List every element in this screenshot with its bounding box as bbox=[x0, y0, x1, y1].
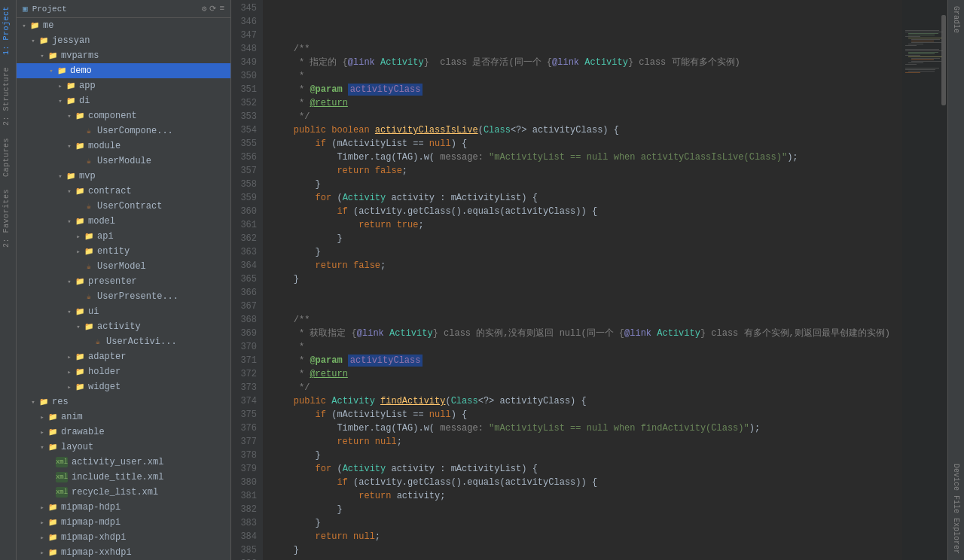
editor-area: 345 346 347 348 349 350 351 352 353 354 … bbox=[231, 0, 947, 560]
tree-item-component[interactable]: ▾ 📁 component bbox=[17, 108, 230, 123]
arrow-model: ▾ bbox=[65, 218, 74, 226]
folder-icon-di: 📁 bbox=[65, 96, 77, 106]
xml-icon-include-title: xml bbox=[56, 472, 68, 482]
svg-rect-16 bbox=[905, 55, 920, 56]
folder-icon-api: 📁 bbox=[83, 231, 95, 242]
tree-item-module[interactable]: ▾ 📁 module bbox=[17, 138, 230, 154]
label-usermodule: UserModule bbox=[97, 156, 151, 166]
minimap[interactable] bbox=[902, 0, 947, 560]
svg-rect-6 bbox=[908, 38, 942, 38]
tree-item-anim[interactable]: ▸ 📁 anim bbox=[17, 409, 230, 425]
svg-rect-18 bbox=[911, 58, 940, 59]
folder-icon-adapter: 📁 bbox=[74, 352, 86, 362]
tree-item-mipmap-mdpi[interactable]: ▸ 📁 mipmap-mdpi bbox=[17, 515, 230, 530]
tree-item-demo[interactable]: ▾ 📁 demo bbox=[17, 63, 230, 78]
tree-item-ui[interactable]: ▾ 📁 ui bbox=[17, 304, 230, 319]
tab-structure[interactable]: 2: Structure bbox=[0, 61, 16, 132]
tree-item-mvp[interactable]: ▾ 📁 mvp bbox=[17, 169, 230, 184]
folder-icon-demo: 📁 bbox=[56, 65, 68, 76]
spacer-include-title bbox=[47, 473, 56, 481]
tree-item-mvparms[interactable]: ▾ 📁 mvparms bbox=[17, 48, 230, 63]
tab-gradle[interactable]: Gradle bbox=[950, 0, 962, 39]
tree-item-recycle-list-xml[interactable]: xml recycle_list.xml bbox=[17, 485, 230, 500]
tree-item-usercomponent[interactable]: ☕ UserCompone... bbox=[17, 123, 230, 138]
tree-item-entity[interactable]: ▸ 📁 entity bbox=[17, 244, 230, 259]
code-line-355: if (mActivityList == null) { bbox=[272, 137, 902, 151]
tree-item-adapter[interactable]: ▸ 📁 adapter bbox=[17, 349, 230, 364]
tab-favorites[interactable]: 2: Favorites bbox=[0, 183, 16, 254]
tree-item-model[interactable]: ▾ 📁 model bbox=[17, 214, 230, 229]
project-sidebar: ▣ Project ⚙ ⟳ ≡ ▾ 📁 me ▾ 📁 jessyan bbox=[17, 0, 231, 560]
tree-item-activity[interactable]: ▾ 📁 activity bbox=[17, 319, 230, 334]
tab-device-file-explorer[interactable]: Device File Explorer bbox=[950, 458, 962, 560]
tree-item-usermodel[interactable]: ☕ UserModel bbox=[17, 259, 230, 274]
label-anim: anim bbox=[61, 412, 83, 422]
arrow-drawable: ▸ bbox=[38, 428, 47, 437]
tree-item-app[interactable]: ▸ 📁 app bbox=[17, 78, 230, 93]
tree-item-widget[interactable]: ▸ 📁 widget bbox=[17, 379, 230, 394]
line-numbers: 345 346 347 348 349 350 351 352 353 354 … bbox=[231, 0, 263, 560]
tree-item-mipmap-hdpi[interactable]: ▸ 📁 mipmap-hdpi bbox=[17, 500, 230, 515]
code-line-385: } bbox=[272, 543, 902, 557]
code-line-364: return false; bbox=[272, 259, 902, 272]
tree-item-layout[interactable]: ▾ 📁 layout bbox=[17, 440, 230, 455]
tab-captures[interactable]: Captures bbox=[0, 132, 16, 183]
tree-item-jessyan[interactable]: ▾ 📁 jessyan bbox=[17, 33, 230, 48]
svg-rect-19 bbox=[911, 59, 934, 60]
tree-item-mipmap-xxhdpi[interactable]: ▸ 📁 mipmap-xxhdpi bbox=[17, 545, 230, 560]
tree-item-di[interactable]: ▾ 📁 di bbox=[17, 93, 230, 108]
code-editor[interactable]: /** * 指定的 {@link Activity} class 是否存活(同一… bbox=[263, 0, 902, 560]
svg-rect-22 bbox=[905, 64, 917, 65]
left-side-tabs: 1: Project 2: Structure Captures 2: Favo… bbox=[0, 0, 17, 560]
tree-item-usermodule[interactable]: ☕ UserModule bbox=[17, 154, 230, 169]
folder-icon-holder: 📁 bbox=[74, 367, 86, 377]
tree-item-mipmap-xhdpi[interactable]: ▸ 📁 mipmap-xhdpi bbox=[17, 530, 230, 545]
tree-item-activity-user-xml[interactable]: xml activity_user.xml bbox=[17, 455, 230, 470]
tree-item-contract[interactable]: ▾ 📁 contract bbox=[17, 184, 230, 199]
label-include-title-xml: include_title.xml bbox=[72, 472, 163, 482]
arrow-presenter: ▾ bbox=[65, 278, 74, 286]
label-demo: demo bbox=[70, 65, 92, 76]
xml-icon-recycle-list: xml bbox=[56, 487, 68, 498]
arrow-api: ▸ bbox=[74, 233, 83, 241]
label-di: di bbox=[79, 96, 90, 106]
tree-item-useractivity[interactable]: ☕ UserActivi... bbox=[17, 334, 230, 349]
settings-icon[interactable]: ≡ bbox=[219, 4, 224, 14]
tree-item-holder[interactable]: ▸ 📁 holder bbox=[17, 364, 230, 379]
arrow-jessyan: ▾ bbox=[29, 37, 38, 45]
arrow-layout: ▾ bbox=[38, 443, 47, 452]
code-line-371: * @param activityClass bbox=[272, 354, 902, 367]
folder-icon-module: 📁 bbox=[74, 141, 86, 151]
tab-project[interactable]: 1: Project bbox=[0, 0, 16, 61]
tree-item-userpresenter[interactable]: ☕ UserPresente... bbox=[17, 289, 230, 304]
code-line-346 bbox=[272, 15, 902, 29]
arrow-adapter: ▸ bbox=[65, 353, 74, 361]
tree-item-presenter[interactable]: ▾ 📁 presenter bbox=[17, 274, 230, 289]
arrow-holder: ▸ bbox=[65, 368, 74, 376]
svg-rect-25 bbox=[908, 71, 935, 72]
label-userpresenter: UserPresente... bbox=[97, 291, 178, 302]
label-me: me bbox=[43, 20, 53, 31]
tree-item-res[interactable]: ▾ 📁 res bbox=[17, 394, 230, 409]
tree-item-include-title-xml[interactable]: xml include_title.xml bbox=[17, 470, 230, 485]
spacer-usermodule bbox=[74, 157, 83, 165]
code-line-367 bbox=[272, 300, 902, 313]
code-line-357: return false; bbox=[272, 164, 902, 178]
spacer-usercontract bbox=[74, 202, 83, 210]
folder-icon-widget: 📁 bbox=[74, 382, 86, 392]
gear-icon[interactable]: ⚙ bbox=[202, 4, 207, 14]
tree-item-api[interactable]: ▸ 📁 api bbox=[17, 229, 230, 244]
label-api: api bbox=[97, 231, 114, 242]
folder-icon-res: 📁 bbox=[38, 397, 50, 407]
tree-item-me[interactable]: ▾ 📁 me bbox=[17, 18, 230, 33]
sync-icon[interactable]: ⟳ bbox=[209, 4, 216, 14]
tree-item-usercontract[interactable]: ☕ UserContract bbox=[17, 199, 230, 214]
java-icon-useractivity: ☕ bbox=[92, 336, 104, 347]
tree-item-drawable[interactable]: ▸ 📁 drawable bbox=[17, 425, 230, 440]
sidebar-header: ▣ Project ⚙ ⟳ ≡ bbox=[17, 0, 230, 18]
code-line-348: /** bbox=[272, 42, 902, 56]
folder-icon-component: 📁 bbox=[74, 111, 86, 121]
svg-rect-20 bbox=[911, 61, 941, 62]
arrow-anim: ▸ bbox=[38, 413, 47, 422]
code-line-372: * @return bbox=[272, 367, 902, 381]
